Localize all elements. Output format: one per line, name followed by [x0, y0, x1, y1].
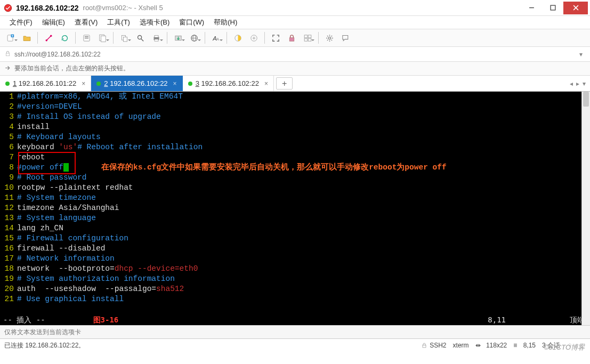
toolbar-separator — [227, 32, 227, 44]
reconnect-button[interactable] — [57, 30, 72, 45]
menu-bar: 文件(F)编辑(E)查看(V)工具(T)选项卡(B)窗口(W)帮助(H) — [0, 16, 590, 29]
vim-status-line: -- 插入 -- 图3-16 8,11 顶端 — [3, 314, 590, 325]
svg-point-8 — [50, 35, 52, 37]
lock-button[interactable] — [284, 30, 299, 45]
terminal-line: 10rootpw --plaintext redhat — [3, 183, 590, 193]
terminal-line: 20auth --useshadow --passalgo=sha512 — [3, 284, 590, 294]
minimize-button[interactable] — [521, 2, 542, 14]
svg-point-16 — [138, 35, 141, 39]
properties-button[interactable] — [79, 30, 94, 45]
settings-button[interactable] — [322, 30, 337, 45]
address-input[interactable] — [14, 51, 573, 58]
window-title: 192.168.26.102:22 — [16, 4, 79, 12]
tab-label: 2 192.168.26.102:22 — [104, 79, 167, 87]
caret-position: ≡ 8,15 — [513, 342, 536, 349]
status-dot-icon — [96, 82, 101, 86]
terminal-line: 17# Network information — [3, 254, 590, 264]
scrollbar-thumb[interactable] — [583, 92, 589, 107]
terminal-line: 11# System timezone — [3, 193, 590, 203]
menu-item[interactable]: 窗口(W) — [177, 17, 206, 28]
svg-point-7 — [45, 39, 47, 41]
terminal[interactable]: 1#platform=x86, AMD64, 或 Intel EM64T2#ve… — [0, 92, 590, 325]
vim-mode: -- 插入 -- — [3, 315, 45, 325]
svg-rect-30 — [304, 35, 308, 37]
menu-item[interactable]: 帮助(H) — [212, 17, 239, 28]
menu-item[interactable]: 编辑(E) — [40, 17, 67, 28]
web-button[interactable] — [187, 30, 201, 45]
svg-text:A: A — [212, 35, 217, 41]
tab-close-icon[interactable]: × — [264, 80, 268, 87]
menu-item[interactable]: 工具(T) — [105, 17, 132, 28]
menu-item[interactable]: 选项卡(B) — [138, 17, 172, 28]
svg-point-34 — [328, 37, 330, 39]
app-icon — [3, 3, 13, 13]
svg-rect-29 — [289, 37, 294, 41]
layout-button[interactable] — [300, 30, 315, 45]
color-scheme-button[interactable] — [230, 30, 245, 45]
profiles-button[interactable] — [95, 30, 110, 45]
terminal-line: 9# Root password — [3, 173, 590, 183]
annotation-box — [18, 152, 76, 174]
terminal-scrollbar[interactable] — [581, 92, 590, 325]
toolbar-separator — [205, 32, 205, 44]
transfer-button[interactable] — [171, 30, 185, 45]
tab-close-icon[interactable]: × — [82, 80, 85, 87]
new-session-button[interactable] — [3, 30, 18, 45]
watermark: ©51CTO博客 — [544, 343, 585, 352]
add-tab-button[interactable]: + — [276, 77, 293, 90]
find-button[interactable] — [133, 30, 148, 45]
terminal-line: 3# Install OS instead of upgrade — [3, 112, 590, 122]
terminal-line: 8#power off 在保存的ks.cfg文件中如果需要安装完毕后自动关机，那… — [3, 163, 590, 173]
svg-rect-19 — [154, 35, 158, 37]
protocol-status: SSH2 — [421, 342, 446, 349]
copy-button[interactable] — [117, 30, 132, 45]
terminal-line: 13# System language — [3, 213, 590, 223]
toolbar-separator — [167, 32, 167, 44]
session-tab[interactable]: 2 192.168.26.102:22× — [91, 76, 182, 91]
toolbar-separator — [75, 32, 76, 44]
menu-item[interactable]: 查看(V) — [72, 17, 100, 28]
terminal-line: 19# System authorization information — [3, 274, 590, 284]
tab-scroll-right-icon[interactable]: ▸ — [576, 80, 579, 87]
open-button[interactable] — [19, 30, 34, 45]
fullscreen-button[interactable] — [268, 30, 283, 45]
window-subtitle: root@vms002:~ - Xshell 5 — [83, 4, 163, 12]
svg-rect-31 — [308, 35, 311, 37]
compose-input[interactable] — [0, 326, 590, 338]
tab-label: 3 192.168.26.102:22 — [196, 79, 259, 87]
terminal-line: 7reboot — [3, 152, 590, 163]
arrow-icon[interactable] — [4, 64, 11, 73]
terminal-line: 1#platform=x86, AMD64, 或 Intel EM64T — [3, 92, 590, 102]
tab-scroll-left-icon[interactable]: ◂ — [570, 80, 573, 87]
annotation-text: 在保存的ks.cfg文件中如果需要安装完毕后自动关机，那么就可以手动修改rebo… — [69, 163, 447, 172]
status-dot-icon — [188, 82, 192, 86]
title-bar: 192.168.26.102:22 root@vms002:~ - Xshell… — [0, 0, 590, 16]
svg-rect-15 — [123, 37, 127, 42]
svg-text:A: A — [216, 37, 219, 41]
font-button[interactable]: AA — [208, 30, 223, 45]
tab-close-icon[interactable]: × — [173, 80, 177, 87]
terminal-line: 18network --bootproto=dhcp --device=eth0 — [3, 264, 590, 274]
connect-button[interactable] — [41, 30, 56, 45]
terminal-line: 15# Firewall configuration — [3, 233, 590, 244]
toolbar: AA — [0, 29, 590, 47]
terminal-size: ⇹ 118x22 — [475, 342, 507, 349]
session-tab[interactable]: 3 192.168.26.102:22× — [183, 76, 274, 91]
tab-menu-icon[interactable]: ▾ — [583, 80, 586, 87]
terminal-line: 12timezone Asia/Shanghai — [3, 203, 590, 213]
terminal-line: 2#version=DEVEL — [3, 102, 590, 112]
connection-status: 已连接 192.168.26.102:22。 — [4, 341, 85, 350]
session-tabs: 1 192.168.26.101:22×2 192.168.26.102:22×… — [0, 76, 590, 92]
menu-item[interactable]: 文件(F) — [7, 17, 35, 28]
svg-rect-13 — [101, 36, 106, 42]
session-tab[interactable]: 1 192.168.26.101:22× — [0, 76, 91, 91]
maximize-button[interactable] — [542, 2, 563, 14]
svg-rect-10 — [84, 36, 88, 36]
encoding-button[interactable] — [246, 30, 261, 45]
tab-label: 1 192.168.26.101:22 — [13, 79, 76, 87]
history-dropdown-icon[interactable]: ▾ — [576, 51, 586, 58]
print-button[interactable] — [149, 30, 164, 45]
toolbar-separator — [113, 32, 114, 44]
close-button[interactable] — [563, 2, 588, 14]
help-button[interactable] — [338, 30, 353, 45]
